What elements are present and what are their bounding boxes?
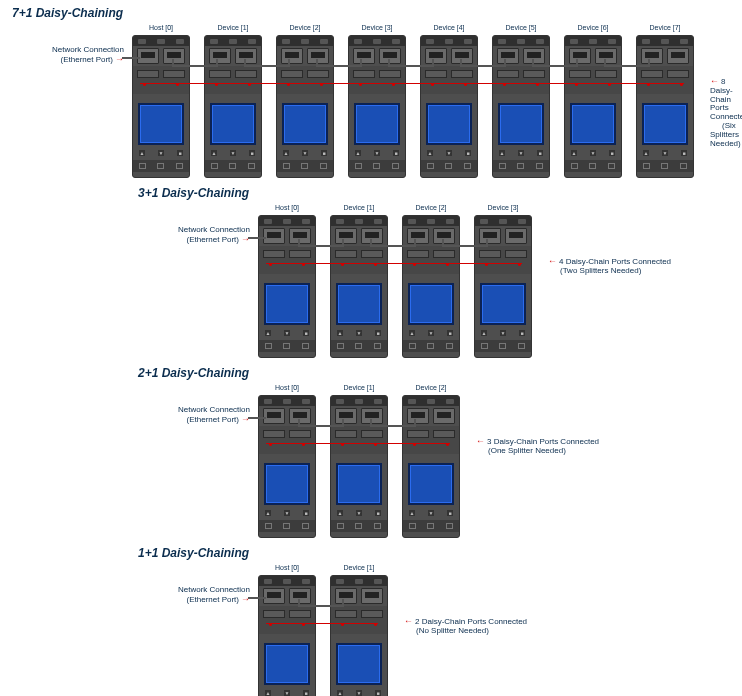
- device-nav-row: ▲▼■: [259, 690, 315, 696]
- device-unit: ▲▼■: [420, 35, 478, 178]
- ethernet-port: [497, 48, 519, 64]
- device-label: Device [5]: [505, 24, 536, 33]
- device-port-row: [277, 46, 333, 66]
- device-unit: ▲▼■: [132, 35, 190, 178]
- nav-enter-icon: ■: [447, 510, 453, 516]
- nav-up-icon: ▲: [337, 510, 343, 516]
- section-row: Network Connection(Ethernet Port)→Host […: [4, 384, 742, 538]
- device-screen: [264, 643, 310, 685]
- device-nav-row: ▲▼■: [277, 150, 333, 158]
- device-screen: [408, 463, 454, 505]
- ethernet-port: [425, 48, 447, 64]
- device-daisy-chain-strip: [403, 246, 459, 274]
- device-unit: ▲▼■: [258, 575, 316, 696]
- device-screen: [480, 283, 526, 325]
- device-column: Device [7]▲▼■: [632, 24, 698, 178]
- section-title: 2+1 Daisy-Chaining: [138, 366, 742, 380]
- right-label-line2: (No Splitter Needed): [404, 626, 489, 635]
- nav-enter-icon: ■: [249, 150, 255, 156]
- device-label: Device [1]: [343, 204, 374, 213]
- device-screen-area: [277, 94, 333, 152]
- device-bottom-strip: [205, 160, 261, 172]
- arrow-left-icon: ←: [404, 616, 415, 626]
- daisy-chain-section: 3+1 Daisy-ChainingNetwork Connection(Eth…: [4, 186, 742, 358]
- device-port-row: [331, 586, 387, 606]
- device-screen: [264, 463, 310, 505]
- device-unit: ▲▼■: [204, 35, 262, 178]
- device-top-connectors: [331, 396, 387, 406]
- arrow-left-icon: ←: [710, 76, 721, 86]
- device-screen: [408, 283, 454, 325]
- section-title: 1+1 Daisy-Chaining: [138, 546, 742, 560]
- device-unit: ▲▼■: [348, 35, 406, 178]
- ethernet-port: [569, 48, 591, 64]
- ethernet-port: [335, 408, 357, 424]
- nav-up-icon: ▲: [409, 330, 415, 336]
- device-bottom-strip: [331, 340, 387, 352]
- device-label: Device [6]: [577, 24, 608, 33]
- nav-enter-icon: ■: [375, 510, 381, 516]
- daisy-chain-section: 2+1 Daisy-ChainingNetwork Connection(Eth…: [4, 366, 742, 538]
- nav-enter-icon: ■: [537, 150, 543, 156]
- device-bottom-strip: [493, 160, 549, 172]
- device-nav-row: ▲▼■: [565, 150, 621, 158]
- ethernet-port: [281, 48, 303, 64]
- device-nav-row: ▲▼■: [403, 330, 459, 338]
- nav-down-icon: ▼: [662, 150, 668, 156]
- device-bottom-strip: [133, 160, 189, 172]
- ethernet-port: [523, 48, 545, 64]
- device-screen: [282, 103, 328, 145]
- device-row: Host [0]▲▼■Device [1]▲▼■Device [2]▲▼■Dev…: [254, 204, 542, 358]
- device-label: Device [2]: [415, 204, 446, 213]
- nav-down-icon: ▼: [356, 330, 362, 336]
- device-port-row: [259, 406, 315, 426]
- nav-enter-icon: ■: [447, 330, 453, 336]
- network-connection-label: Network Connection(Ethernet Port)→: [4, 226, 254, 245]
- ethernet-port: [289, 588, 311, 604]
- device-column: Device [5]▲▼■: [488, 24, 554, 178]
- device-port-row: [421, 46, 477, 66]
- device-port-row: [205, 46, 261, 66]
- nav-down-icon: ▼: [446, 150, 452, 156]
- label-line1: Network Connection: [178, 225, 250, 234]
- device-nav-row: ▲▼■: [349, 150, 405, 158]
- device-bottom-strip: [403, 520, 459, 532]
- device-column: Device [1]▲▼■: [326, 564, 392, 696]
- ethernet-port: [263, 228, 285, 244]
- ethernet-port: [433, 228, 455, 244]
- nav-up-icon: ▲: [427, 150, 433, 156]
- arrow-left-icon: ←: [476, 436, 487, 446]
- device-column: Host [0]▲▼■: [254, 204, 320, 358]
- device-top-connectors: [259, 396, 315, 406]
- ethernet-port: [505, 228, 527, 244]
- device-screen: [570, 103, 616, 145]
- section-title: 3+1 Daisy-Chaining: [138, 186, 742, 200]
- ethernet-port: [137, 48, 159, 64]
- ethernet-port: [595, 48, 617, 64]
- device-screen: [210, 103, 256, 145]
- ethernet-port: [361, 228, 383, 244]
- device-unit: ▲▼■: [492, 35, 550, 178]
- nav-up-icon: ▲: [337, 690, 343, 696]
- device-nav-row: ▲▼■: [259, 330, 315, 338]
- device-label: Host [0]: [275, 204, 299, 213]
- nav-down-icon: ▼: [284, 690, 290, 696]
- device-column: Device [1]▲▼■: [200, 24, 266, 178]
- device-column: Device [4]▲▼■: [416, 24, 482, 178]
- arrow-right-icon: →: [239, 594, 250, 604]
- device-column: Host [0]▲▼■: [254, 384, 320, 538]
- device-nav-row: ▲▼■: [331, 690, 387, 696]
- ethernet-port: [209, 48, 231, 64]
- device-label: Device [1]: [343, 564, 374, 573]
- right-label-line1: 2 Daisy-Chain Ports Connected: [415, 617, 527, 626]
- device-screen-area: [403, 454, 459, 512]
- device-top-connectors: [277, 36, 333, 46]
- right-label-line2: (Two Splitters Needed): [548, 266, 641, 275]
- device-column: Device [3]▲▼■: [344, 24, 410, 178]
- network-connection-label: Network Connection(Ethernet Port)→: [4, 46, 128, 65]
- ethernet-port: [263, 408, 285, 424]
- nav-enter-icon: ■: [375, 330, 381, 336]
- nav-down-icon: ▼: [356, 510, 362, 516]
- nav-up-icon: ▲: [337, 330, 343, 336]
- device-nav-row: ▲▼■: [475, 330, 531, 338]
